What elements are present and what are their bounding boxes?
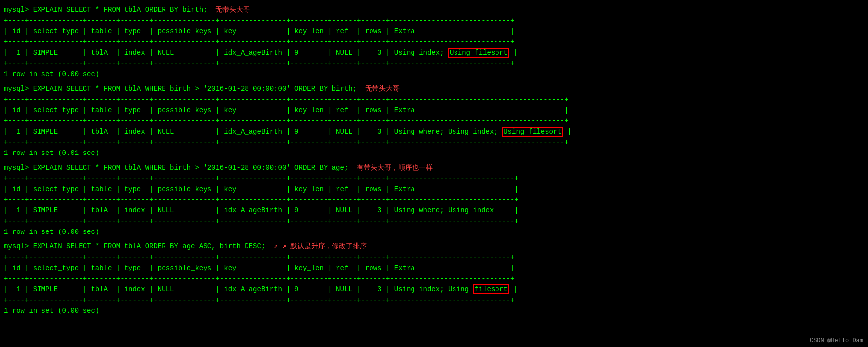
header-2: | id | select_type | table | type | poss… bbox=[4, 105, 864, 116]
sep-bot-4: +----+-------------+-------+-------+----… bbox=[4, 295, 864, 306]
sep-top-2: +----+-------------+-------+-------+----… bbox=[4, 95, 864, 106]
sep-mid-4: +----+-------------+-------+-------+----… bbox=[4, 274, 864, 285]
result-3: 1 row in set (0.00 sec) bbox=[4, 227, 864, 238]
query-block-4: mysql> EXPLAIN SELECT * FROM tblA ORDER … bbox=[4, 241, 864, 316]
query-line-4: mysql> EXPLAIN SELECT * FROM tblA ORDER … bbox=[4, 241, 864, 252]
result-2: 1 row in set (0.01 sec) bbox=[4, 148, 864, 159]
terminal: mysql> EXPLAIN SELECT * FROM tblA ORDER … bbox=[0, 3, 868, 319]
sep-bot-3: +----+-------------+-------+-------+----… bbox=[4, 216, 864, 227]
filesort-highlight-4: filesort bbox=[473, 284, 509, 294]
annotation-2: 无带头大哥 bbox=[365, 85, 400, 93]
row-4: | 1 | SIMPLE | tblA | index | NULL | idx… bbox=[4, 284, 864, 295]
header-3: | id | select_type | table | type | poss… bbox=[4, 184, 864, 195]
query-block-3: mysql> EXPLAIN SELECT * FROM tblA WHERE … bbox=[4, 163, 864, 238]
sep-top-4: +----+-------------+-------+-------+----… bbox=[4, 252, 864, 263]
sep-mid-2: +----+-------------+-------+-------+----… bbox=[4, 116, 864, 127]
sep-mid-1: +----+-------------+-------+-------+----… bbox=[4, 37, 864, 48]
sep-bot-2: +----+-------------+-------+-------+----… bbox=[4, 137, 864, 148]
header-1: | id | select_type | table | type | poss… bbox=[4, 26, 864, 37]
result-4: 1 row in set (0.00 sec) bbox=[4, 306, 864, 317]
watermark: CSDN @Hello Dam bbox=[810, 337, 863, 344]
query-line-1: mysql> EXPLAIN SELECT * FROM tblA ORDER … bbox=[4, 5, 864, 16]
sep-top-1: +----+-------------+-------+-------+----… bbox=[4, 16, 864, 27]
sep-top-3: +----+-------------+-------+-------+----… bbox=[4, 173, 864, 184]
annotation-1: 无带头大哥 bbox=[215, 6, 250, 14]
row-2: | 1 | SIMPLE | tblA | index | NULL | idx… bbox=[4, 127, 864, 138]
filesort-highlight-2: Using filesort bbox=[502, 127, 563, 137]
sep-bot-1: +----+-------------+-------+-------+----… bbox=[4, 58, 864, 69]
query-line-3: mysql> EXPLAIN SELECT * FROM tblA WHERE … bbox=[4, 163, 864, 174]
annotation-4: ↗ ↗ 默认是升序，修改了排序 bbox=[274, 242, 367, 250]
filesort-highlight-1: Using filesort bbox=[448, 48, 509, 58]
annotation-3: 有带头大哥，顺序也一样 bbox=[357, 164, 433, 172]
header-4: | id | select_type | table | type | poss… bbox=[4, 263, 864, 274]
query-block-1: mysql> EXPLAIN SELECT * FROM tblA ORDER … bbox=[4, 5, 864, 80]
result-1: 1 row in set (0.00 sec) bbox=[4, 69, 864, 80]
row-1: | 1 | SIMPLE | tblA | index | NULL | idx… bbox=[4, 48, 864, 59]
query-line-2: mysql> EXPLAIN SELECT * FROM tblA WHERE … bbox=[4, 84, 864, 95]
query-block-2: mysql> EXPLAIN SELECT * FROM tblA WHERE … bbox=[4, 84, 864, 159]
sep-mid-3: +----+-------------+-------+-------+----… bbox=[4, 195, 864, 206]
row-3: | 1 | SIMPLE | tblA | index | NULL | idx… bbox=[4, 205, 864, 216]
